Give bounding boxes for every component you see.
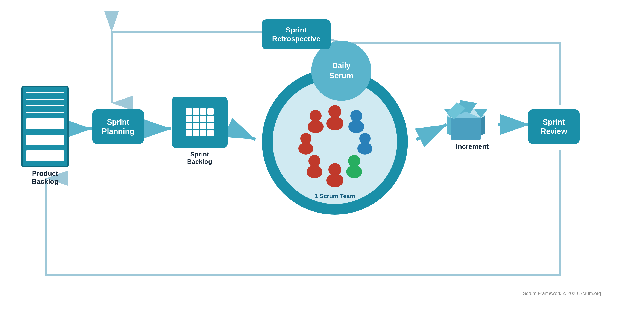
svg-line-9: [416, 124, 446, 140]
svg-rect-33: [451, 118, 481, 140]
backlog-line-1: [26, 92, 64, 93]
sprint-backlog-box: [172, 96, 228, 148]
svg-point-13: [326, 116, 344, 130]
product-backlog: Product Backlog: [22, 86, 69, 176]
increment-box-icon: [442, 92, 490, 140]
increment: Increment: [442, 92, 502, 157]
svg-point-16: [359, 133, 370, 144]
team-members-svg: [290, 96, 380, 187]
svg-point-27: [308, 120, 324, 133]
svg-point-15: [348, 120, 364, 133]
sprint-planning-box: SprintPlanning: [92, 110, 144, 144]
sprint-retrospective: SprintRetrospective: [262, 19, 330, 49]
product-backlog-label: Product Backlog: [22, 170, 69, 186]
svg-point-23: [306, 165, 322, 178]
sprint-review: SprintReview: [528, 110, 584, 152]
svg-point-26: [310, 110, 322, 122]
svg-point-21: [326, 174, 344, 187]
backlog-line-3: [26, 105, 64, 106]
backlog-line-4: [26, 112, 64, 113]
backlog-line-5: [26, 118, 64, 129]
sprint-review-box: SprintReview: [528, 110, 580, 144]
copyright: Scrum Framework © 2020 Scrum.org: [523, 291, 601, 296]
daily-scrum-label: DailyScrum: [329, 61, 353, 81]
svg-point-18: [348, 155, 360, 167]
backlog-line-6: [26, 134, 64, 145]
svg-line-8: [232, 129, 256, 140]
svg-point-24: [300, 133, 312, 144]
svg-point-12: [328, 105, 341, 118]
sprint-planning-label: SprintPlanning: [102, 118, 134, 136]
svg-point-17: [358, 142, 372, 154]
product-backlog-box: [22, 86, 69, 168]
scrum-team-label: 1 Scrum Team: [314, 193, 355, 200]
sprint-retro-box: SprintRetrospective: [262, 19, 330, 49]
sprint-planning: SprintPlanning: [92, 110, 144, 152]
sprint-review-label: SprintReview: [540, 118, 567, 136]
sprint-backlog-label: SprintBacklog: [172, 151, 228, 165]
increment-label: Increment: [442, 142, 502, 150]
sprint-backlog-grid: [186, 108, 214, 136]
diagram-container: Product Backlog SprintPlanning: [0, 0, 644, 322]
sprint-retro-label: SprintRetrospective: [272, 26, 320, 43]
svg-point-25: [298, 142, 314, 154]
svg-point-19: [346, 165, 362, 178]
daily-scrum: DailyScrum: [311, 41, 371, 101]
svg-point-14: [350, 110, 362, 122]
daily-scrum-circle: DailyScrum: [311, 41, 371, 101]
sprint-backlog: SprintBacklog: [172, 96, 228, 161]
backlog-line-7: [26, 150, 64, 161]
svg-point-22: [308, 155, 320, 167]
backlog-line-2: [26, 98, 64, 100]
